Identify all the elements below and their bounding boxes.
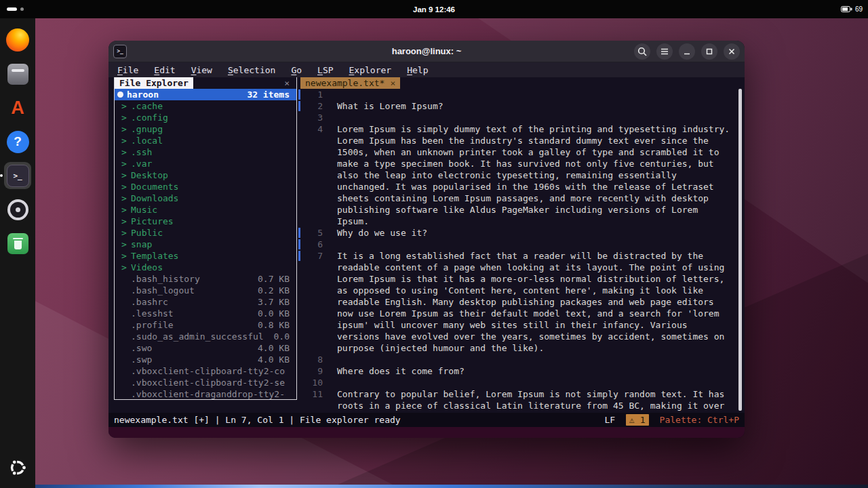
explorer-close-icon[interactable]: ×	[284, 77, 296, 89]
cursor-dot	[117, 92, 123, 98]
explorer-file-item[interactable]: .bashrc3.7 KB	[115, 296, 296, 308]
desktop: Jan 9 12:46 69 A ? >_	[0, 0, 868, 488]
editor-scrollbar[interactable]	[738, 89, 742, 411]
menu-item-lsp[interactable]: LSP	[317, 65, 333, 75]
explorer-dir-item[interactable]: >.var	[115, 158, 296, 169]
editor-line[interactable]: 10	[297, 377, 738, 388]
editor-area: newexample.txt* × 1 2What is Lorem Ipsum…	[297, 77, 745, 413]
terminal-window: >_ haroon@linux: ~	[108, 41, 745, 438]
ubuntu-logo-icon	[7, 458, 28, 478]
explorer-dir-item[interactable]: >.local	[115, 135, 296, 146]
explorer-dir-item[interactable]: >Desktop	[115, 169, 296, 181]
dir-name: .var	[131, 158, 152, 169]
dock-item-help[interactable]: ?	[4, 128, 31, 155]
window-headerbar[interactable]: >_ haroon@linux: ~	[108, 41, 745, 62]
menu-label: election	[233, 65, 276, 75]
editor-line[interactable]: 7It is a long established fact that a re…	[297, 250, 738, 354]
editor-line[interactable]: 6	[297, 239, 738, 250]
gutter	[297, 365, 302, 377]
close-button[interactable]	[724, 43, 740, 60]
file-name: .bash_history	[131, 273, 200, 285]
menu-item-file[interactable]: File	[117, 65, 138, 75]
menu-mnemonic: L	[317, 65, 323, 75]
explorer-item-selected[interactable]: haroon 32 items	[115, 89, 296, 100]
minimize-button[interactable]	[679, 43, 695, 60]
menu-item-view[interactable]: View	[191, 65, 212, 75]
dock-item-terminal[interactable]: >_	[4, 162, 31, 189]
explorer-file-item[interactable]: .sudo_as_admin_successful0.0	[115, 331, 296, 342]
hamburger-icon	[660, 47, 669, 56]
explorer-dir-item[interactable]: >Public	[115, 227, 296, 239]
line-text	[337, 377, 732, 388]
editor-line[interactable]: 9Where does it come from?	[297, 365, 738, 377]
menu-button[interactable]	[656, 43, 673, 60]
editor-line[interactable]: 5Why do we use it?	[297, 227, 738, 239]
gutter	[297, 123, 302, 227]
trash-icon	[7, 233, 28, 254]
explorer-file-item[interactable]: .bash_history0.7 KB	[115, 273, 296, 285]
line-text: It is a long established fact that a rea…	[337, 250, 732, 354]
file-name: .swo	[131, 342, 152, 354]
workspace-indicator[interactable]	[7, 0, 24, 18]
explorer-dir-item[interactable]: >Templates	[115, 250, 296, 262]
explorer-dir-item[interactable]: >.config	[115, 112, 296, 123]
dock-item-app-center[interactable]: A	[4, 94, 31, 121]
clock[interactable]: Jan 9 12:46	[413, 5, 455, 14]
line-text: Contrary to popular belief, Lorem Ipsum …	[337, 388, 732, 411]
dock: A ? >_	[0, 18, 35, 488]
explorer-dir-item[interactable]: >Pictures	[115, 216, 296, 227]
tab-bar: newexample.txt* ×	[297, 77, 745, 89]
dock-item-show-apps[interactable]	[4, 454, 31, 481]
tab-newexample[interactable]: newexample.txt* ×	[300, 77, 400, 89]
explorer-file-item[interactable]: .vboxclient-draganddrop-tty2-c	[115, 388, 296, 400]
dir-name: .cache	[131, 100, 163, 112]
line-number: 6	[302, 239, 323, 250]
explorer-dir-item[interactable]: >snap	[115, 239, 296, 250]
dock-item-files[interactable]	[4, 60, 31, 87]
menu-item-help[interactable]: Help	[407, 65, 428, 75]
maximize-button[interactable]	[701, 43, 717, 60]
explorer-file-item[interactable]: .bash_logout0.2 KB	[115, 285, 296, 296]
menu-item-edit[interactable]: Edit	[154, 65, 175, 75]
dir-name: .ssh	[131, 146, 152, 158]
explorer-dir-item[interactable]: >Music	[115, 204, 296, 216]
file-size: 3.7 KB	[254, 296, 290, 308]
menu-label: SP	[323, 65, 334, 75]
dock-item-firefox[interactable]	[4, 26, 31, 54]
explorer-dir-item[interactable]: >.ssh	[115, 146, 296, 158]
editor-line[interactable]: 3	[297, 112, 738, 123]
search-button[interactable]	[634, 43, 650, 60]
explorer-dir-item[interactable]: >Downloads	[115, 192, 296, 204]
dock-item-trash[interactable]	[4, 230, 31, 257]
firefox-icon	[6, 28, 29, 52]
menu-item-go[interactable]: Go	[291, 65, 302, 75]
status-right: LF ⚠ 1 Palette: Ctrl+P	[604, 413, 739, 427]
editor-line[interactable]: 8	[297, 354, 738, 365]
explorer-dir-item[interactable]: >Videos	[115, 262, 296, 273]
editor-line[interactable]: 2What is Lorem Ipsum?	[297, 100, 738, 112]
explorer-dir-item[interactable]: >.gnupg	[115, 123, 296, 135]
explorer-dir-item[interactable]: >.cache	[115, 100, 296, 112]
editor-line[interactable]: 4Lorem Ipsum is simply dummy text of the…	[297, 123, 738, 227]
file-size: 0.2 KB	[254, 285, 290, 296]
menu-item-selection[interactable]: Selection	[228, 65, 275, 75]
menu-label: ile	[123, 65, 138, 75]
explorer-file-item[interactable]: .lesshst0.0 KB	[115, 308, 296, 319]
explorer-file-item[interactable]: .vboxclient-clipboard-tty2-con	[115, 365, 296, 377]
system-tray[interactable]: 69	[841, 0, 863, 18]
editor-line[interactable]: 1	[297, 89, 738, 100]
dock-item-camera[interactable]	[4, 196, 31, 223]
explorer-file-item[interactable]: .swo4.0 KB	[115, 342, 296, 354]
terminal-app-icon: >_	[113, 45, 127, 58]
tab-close-icon[interactable]: ×	[390, 77, 395, 89]
dir-name: Documents	[131, 181, 178, 192]
editor-line[interactable]: 11Contrary to popular belief, Lorem Ipsu…	[297, 388, 738, 411]
explorer-file-item[interactable]: .profile0.8 KB	[115, 319, 296, 331]
editor-lines[interactable]: 1 2What is Lorem Ipsum? 3 4Lorem Ipsum i…	[297, 89, 738, 413]
explorer-dir-item[interactable]: >Documents	[115, 181, 296, 192]
warning-badge[interactable]: ⚠ 1	[626, 414, 648, 426]
menu-item-explorer[interactable]: Explorer	[349, 65, 392, 75]
explorer-file-item[interactable]: .vboxclient-clipboard-tty2-ser	[115, 377, 296, 388]
explorer-file-item[interactable]: .swp4.0 KB	[115, 354, 296, 365]
app-center-icon: A	[11, 98, 24, 119]
